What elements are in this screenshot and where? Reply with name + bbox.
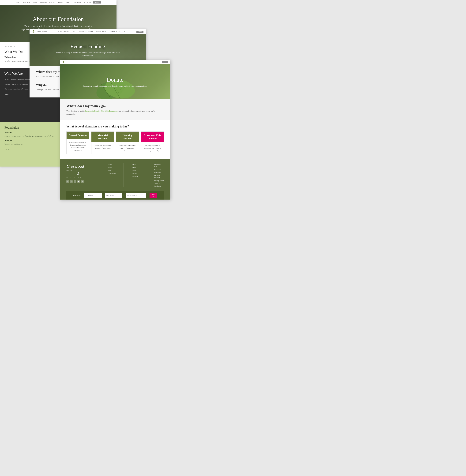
funding-nav-name: Charitable Foundation	[36, 31, 47, 32]
kids-donation-header: Crossroads Kids Donation	[141, 132, 164, 142]
donate-footer: Crossroads HOSPICE Charitable Foundation	[60, 159, 170, 200]
youtube-icon[interactable]: ▶	[77, 180, 80, 183]
newsletter-first-name-input[interactable]	[84, 193, 102, 198]
footer-link-resources[interactable]: Resources	[132, 175, 138, 178]
funding-nav-home[interactable]: HOME	[58, 31, 62, 32]
footer-link-university[interactable]: Crossroads University	[154, 169, 164, 173]
about-nav-donors[interactable]: DONORS	[58, 2, 63, 3]
footer-links-col3: Crossroads Kids Crossroads University Re…	[154, 163, 164, 187]
donate-nav-blog[interactable]: BLOG	[142, 61, 145, 63]
footer-link-blog[interactable]: Blog	[108, 169, 116, 172]
donate-nav-funding[interactable]: FUNDING	[113, 61, 118, 63]
donate-nav-resources[interactable]: RESOURCES	[105, 61, 112, 63]
footer-newsletter-label: Newsletter:	[73, 194, 81, 196]
kids-donation-body: Helping us provide a therapeutic environ…	[141, 142, 164, 154]
footer-link-donate[interactable]: Donate	[132, 163, 138, 166]
footer-links-col2: Donate Donors Events Funding Resources	[132, 163, 138, 187]
footer-link-report[interactable]: Report a Problem	[154, 174, 164, 179]
funding-nav-funding[interactable]: FUNDING	[88, 31, 94, 32]
footer-link-donors[interactable]: Donors	[132, 166, 138, 169]
footer-social-icons: f t g ▶ in	[66, 180, 92, 183]
donate-money-title: Where does my money go?	[66, 104, 164, 108]
svg-point-3	[63, 61, 64, 62]
google-icon[interactable]: g	[74, 180, 76, 183]
about-nav: HOME COMMUNITY ABOUT RESOURCES FUNDING D…	[0, 0, 116, 5]
footer-link-privacy[interactable]: Privacy Policy	[154, 180, 164, 182]
donate-nav-donate-button[interactable]: DONATE	[162, 61, 168, 63]
donate-hero-subtitle: Supporting caregivers, community hospice…	[83, 85, 147, 87]
newsletter-email-input[interactable]	[126, 193, 146, 198]
svg-point-0	[33, 30, 34, 31]
footer-link-funding[interactable]: Funding	[132, 172, 138, 175]
svg-text:Crossroads: Crossroads	[67, 164, 84, 169]
about-nav-resources[interactable]: RESOURCES	[39, 2, 47, 3]
footer-link-community[interactable]: Community	[108, 172, 116, 175]
newsletter-signup-button[interactable]: Sign up	[150, 193, 157, 198]
footer-newsletter-bar: Newsletter: Sign up	[66, 191, 164, 200]
honoring-donation-header: Honoring Donation	[116, 132, 139, 142]
about-nav-community[interactable]: COMMUNITY	[22, 2, 30, 3]
about-nav-about[interactable]: ABOUT	[33, 2, 37, 3]
footer-link-kids[interactable]: Crossroads Kids	[154, 163, 164, 168]
donate-page: Charitable Foundation COMMUNITY ABOUT RE…	[60, 60, 170, 200]
about-nav-kids[interactable]: CROSSROADS KIDS	[73, 2, 85, 3]
footer-logo-hospice: HOSPICE	[66, 170, 92, 172]
kids-donation-card[interactable]: Crossroads Kids Donation Helping us prov…	[141, 131, 164, 154]
footer-logo-col: Crossroads HOSPICE Charitable Foundation	[66, 163, 92, 187]
general-donation-card[interactable]: General Donation Give a general financia…	[66, 131, 89, 154]
honoring-donation-card[interactable]: Honoring Donation Make your donation in …	[116, 131, 139, 154]
donate-money-link[interactable]: Crossroads Hospice Charitable Foundation	[85, 110, 118, 112]
funding-nav: Charitable Foundation HOME COMMUNITY ABO…	[30, 29, 146, 34]
footer-link-events[interactable]: Events	[132, 169, 138, 172]
about-nav-events[interactable]: EVENTS	[65, 2, 70, 3]
donate-nav-donors[interactable]: DONORS	[119, 61, 124, 63]
about-nav-blog[interactable]: BLOG	[87, 2, 91, 3]
funding-nav-blog[interactable]: BLOG	[122, 31, 126, 32]
funding-nav-links: HOME COMMUNITY ABOUT RESOURCES FUNDING D…	[58, 31, 126, 32]
honoring-donation-body: Make your donation in honor of a specifi…	[116, 142, 139, 154]
svg-point-15	[78, 172, 79, 174]
donate-nav-events[interactable]: EVENTS	[125, 61, 129, 63]
footer-link-about[interactable]: About	[108, 166, 116, 169]
newsletter-last-name-input[interactable]	[105, 193, 122, 198]
donate-nav-links: COMMUNITY ABOUT RESOURCES FUNDING DONORS…	[92, 61, 145, 63]
donate-nav-about[interactable]: ABOUT	[100, 61, 104, 63]
linkedin-icon[interactable]: in	[81, 180, 84, 183]
donate-nav-community[interactable]: COMMUNITY	[92, 61, 99, 63]
funding-hero-subtitle: We offer funding to enhance community aw…	[54, 51, 121, 57]
funding-nav-donors[interactable]: DONORS	[95, 31, 101, 32]
about-nav-funding[interactable]: FUNDING	[49, 2, 55, 3]
funding-nav-donate-button[interactable]: DONATE	[137, 31, 143, 33]
general-donation-body: Give a general financial donation to Cro…	[67, 139, 89, 154]
general-donation-header: General Donation	[67, 132, 89, 139]
memorial-donation-body: Make your donation in memory of a deceas…	[92, 142, 114, 154]
funding-nav-community[interactable]: COMMUNITY	[64, 31, 71, 32]
donate-nav-logo: Charitable Foundation	[62, 61, 75, 64]
twitter-icon[interactable]: t	[70, 180, 73, 183]
memorial-donation-card[interactable]: Memorial Donation Make your donation in …	[91, 131, 114, 154]
donate-nav-kids[interactable]: CROSSROADS KIDS	[131, 61, 141, 63]
funding-hero-title: Request Funding	[70, 43, 105, 49]
donate-type-title: What type of donation are you making tod…	[66, 125, 164, 128]
donate-money-text: Your donation is sent to Crossroads Hosp…	[66, 110, 164, 116]
funding-nav-logo: Charitable Foundation	[32, 30, 47, 34]
funding-nav-kids[interactable]: CROSSROADS KIDS	[109, 31, 120, 32]
footer-divider-1	[100, 163, 100, 187]
donate-type-section: What type of donation are you making tod…	[60, 120, 170, 159]
about-nav-home[interactable]: HOME	[16, 2, 20, 3]
funding-nav-events[interactable]: EVENTS	[102, 31, 107, 32]
funding-nav-about[interactable]: ABOUT	[73, 31, 78, 32]
memorial-donation-header: Memorial Donation	[92, 132, 114, 142]
footer-divider-3	[146, 163, 146, 187]
donate-nav-name: Charitable Foundation	[65, 61, 75, 63]
footer-link-terms[interactable]: Terms & Conditions	[154, 182, 164, 187]
footer-links-col1: Home About Blog Community	[108, 163, 116, 187]
donate-money-section: Where does my money go? Your donation is…	[60, 99, 170, 120]
funding-nav-resources[interactable]: RESOURCES	[79, 31, 86, 32]
about-nav-donate-button[interactable]: DONATE	[93, 1, 101, 3]
footer-logo-script: Crossroads	[66, 163, 92, 170]
footer-link-home[interactable]: Home	[108, 163, 116, 166]
donate-hero: Donate Supporting caregivers, community …	[60, 64, 170, 99]
donate-nav: Charitable Foundation COMMUNITY ABOUT RE…	[60, 60, 170, 64]
facebook-icon[interactable]: f	[66, 180, 69, 183]
